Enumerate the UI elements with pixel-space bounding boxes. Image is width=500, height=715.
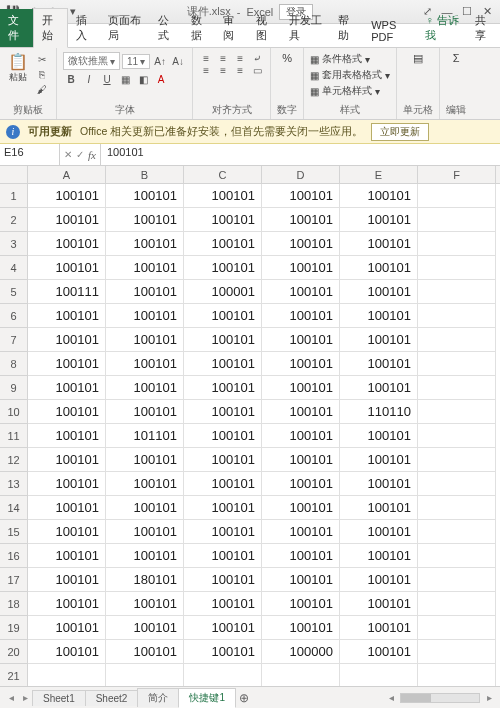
cell[interactable]: 100101 xyxy=(106,592,184,616)
cell[interactable] xyxy=(418,520,496,544)
cell[interactable]: 100101 xyxy=(28,352,106,376)
paste-button[interactable]: 📋 粘贴 xyxy=(6,52,30,84)
cell[interactable]: 100101 xyxy=(262,376,340,400)
cell[interactable] xyxy=(418,592,496,616)
cell[interactable]: 100101 xyxy=(28,568,106,592)
cell[interactable]: 100101 xyxy=(184,424,262,448)
cell[interactable]: 100101 xyxy=(28,184,106,208)
cell[interactable]: 100101 xyxy=(262,328,340,352)
row-header[interactable]: 11 xyxy=(0,424,28,448)
cell[interactable] xyxy=(418,568,496,592)
cell[interactable]: 100101 xyxy=(106,184,184,208)
tab-formulas[interactable]: 公式 xyxy=(150,9,183,47)
cell[interactable]: 100101 xyxy=(184,544,262,568)
cell[interactable]: 100101 xyxy=(184,400,262,424)
cell[interactable]: 100101 xyxy=(262,520,340,544)
cell[interactable]: 100101 xyxy=(262,592,340,616)
cell[interactable] xyxy=(184,664,262,686)
cell[interactable]: 101101 xyxy=(106,424,184,448)
cell[interactable]: 100101 xyxy=(106,472,184,496)
cell[interactable]: 100101 xyxy=(106,640,184,664)
row-header[interactable]: 20 xyxy=(0,640,28,664)
fill-color-button[interactable]: ◧ xyxy=(135,72,151,86)
cell[interactable]: 100101 xyxy=(340,208,418,232)
cell[interactable]: 100101 xyxy=(184,496,262,520)
border-button[interactable]: ▦ xyxy=(117,72,133,86)
cell[interactable]: 100101 xyxy=(106,352,184,376)
tab-insert[interactable]: 插入 xyxy=(68,9,101,47)
cell[interactable]: 100101 xyxy=(340,280,418,304)
cell[interactable]: 100101 xyxy=(184,184,262,208)
tab-file[interactable]: 文件 xyxy=(0,9,33,47)
conditional-format-button[interactable]: ▦条件格式▾ xyxy=(310,52,370,66)
cell[interactable]: 100101 xyxy=(184,208,262,232)
fx-icon[interactable]: fx xyxy=(88,149,96,161)
row-header[interactable]: 7 xyxy=(0,328,28,352)
hscroll-right-icon[interactable]: ▸ xyxy=(482,692,496,703)
cell[interactable]: 100101 xyxy=(28,376,106,400)
cell[interactable]: 100101 xyxy=(106,208,184,232)
row-header[interactable]: 6 xyxy=(0,304,28,328)
sheet-tab-sheet2[interactable]: Sheet2 xyxy=(85,690,139,706)
decrease-font-icon[interactable]: A↓ xyxy=(170,54,186,68)
cell[interactable]: 100101 xyxy=(184,472,262,496)
italic-button[interactable]: I xyxy=(81,72,97,86)
tab-tellme[interactable]: ♀ 告诉我 xyxy=(417,9,467,47)
wrap-text-icon[interactable]: ⤶ xyxy=(250,52,264,64)
cell[interactable] xyxy=(418,280,496,304)
cell[interactable]: 100101 xyxy=(184,256,262,280)
cell[interactable]: 100101 xyxy=(340,592,418,616)
align-top-icon[interactable]: ≡ xyxy=(199,52,213,64)
row-header[interactable]: 21 xyxy=(0,664,28,686)
row-header[interactable]: 1 xyxy=(0,184,28,208)
cell[interactable] xyxy=(418,256,496,280)
cell[interactable] xyxy=(418,232,496,256)
sheet-tab-shortcuts[interactable]: 快捷键1 xyxy=(178,688,236,708)
tab-view[interactable]: 视图 xyxy=(248,9,281,47)
cell[interactable] xyxy=(418,352,496,376)
cell[interactable]: 100101 xyxy=(184,304,262,328)
cancel-formula-icon[interactable]: ✕ xyxy=(64,149,72,160)
cell[interactable]: 100101 xyxy=(28,616,106,640)
cell[interactable]: 100101 xyxy=(340,544,418,568)
merge-icon[interactable]: ▭ xyxy=(250,64,264,76)
cell[interactable]: 100101 xyxy=(184,520,262,544)
cell[interactable]: 100101 xyxy=(340,352,418,376)
align-right-icon[interactable]: ≡ xyxy=(233,64,247,76)
cell[interactable]: 100101 xyxy=(262,472,340,496)
cell[interactable]: 100101 xyxy=(340,256,418,280)
cell[interactable]: 100101 xyxy=(340,520,418,544)
cell[interactable]: 100101 xyxy=(262,616,340,640)
cell[interactable] xyxy=(418,664,496,686)
row-header[interactable]: 18 xyxy=(0,592,28,616)
column-header[interactable]: E xyxy=(340,166,418,183)
cell[interactable]: 100101 xyxy=(340,616,418,640)
cell[interactable]: 100101 xyxy=(184,448,262,472)
cell[interactable]: 100101 xyxy=(340,568,418,592)
cell[interactable]: 100101 xyxy=(262,280,340,304)
horizontal-scrollbar[interactable] xyxy=(400,693,480,703)
cell[interactable]: 100101 xyxy=(28,448,106,472)
cell[interactable]: 100000 xyxy=(262,640,340,664)
cell[interactable]: 110110 xyxy=(340,400,418,424)
cells-button[interactable]: ▤ xyxy=(413,52,423,65)
cell[interactable] xyxy=(418,544,496,568)
cell[interactable] xyxy=(418,640,496,664)
cell[interactable] xyxy=(418,208,496,232)
cell[interactable]: 100101 xyxy=(262,304,340,328)
cell[interactable]: 100101 xyxy=(262,400,340,424)
increase-font-icon[interactable]: A↑ xyxy=(152,54,168,68)
row-header[interactable]: 17 xyxy=(0,568,28,592)
cell[interactable]: 100101 xyxy=(184,352,262,376)
row-header[interactable]: 5 xyxy=(0,280,28,304)
cell[interactable]: 100101 xyxy=(340,184,418,208)
sheet-tab-intro[interactable]: 简介 xyxy=(137,688,179,707)
cell[interactable]: 100101 xyxy=(106,400,184,424)
sheet-nav-prev-icon[interactable]: ◂ xyxy=(4,692,18,703)
cell[interactable]: 100101 xyxy=(28,472,106,496)
cell[interactable]: 100101 xyxy=(340,424,418,448)
cell[interactable]: 100101 xyxy=(184,232,262,256)
cell[interactable]: 100101 xyxy=(106,328,184,352)
cell[interactable]: 100101 xyxy=(106,376,184,400)
cell[interactable]: 100101 xyxy=(262,544,340,568)
